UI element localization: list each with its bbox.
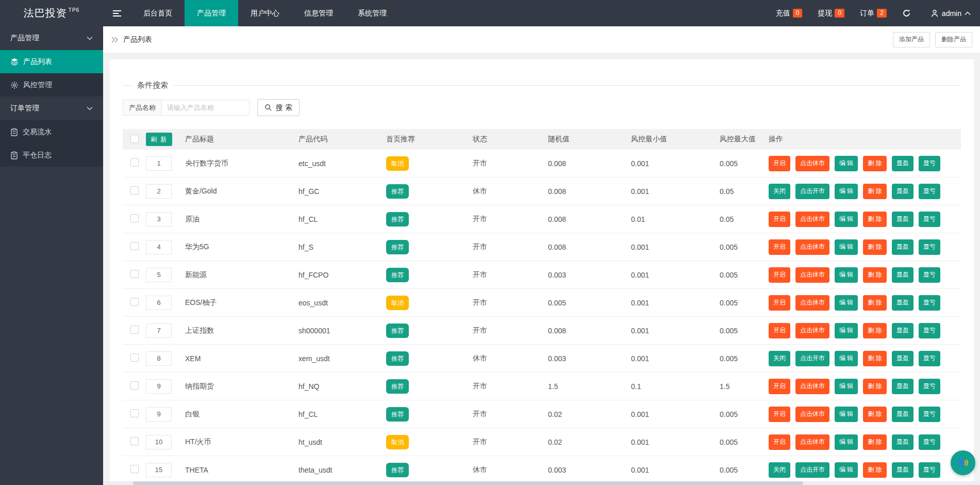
table-refresh-button[interactable]: 刷 新 xyxy=(146,133,172,146)
toggle-open-button[interactable]: 开启 xyxy=(769,434,790,450)
show-profit-button[interactable]: 显盈 xyxy=(892,212,913,227)
toggle-market-button[interactable]: 点击休市 xyxy=(795,212,829,227)
row-checkbox[interactable] xyxy=(130,353,139,362)
show-profit-button[interactable]: 显盈 xyxy=(892,462,913,478)
toggle-market-button[interactable]: 点击休市 xyxy=(795,267,829,283)
sidebar-item-product-list[interactable]: 产品列表 xyxy=(0,50,103,73)
refresh-icon[interactable] xyxy=(902,9,911,18)
row-checkbox[interactable] xyxy=(130,381,139,390)
show-profit-button[interactable]: 显盈 xyxy=(892,267,913,283)
show-profit-button[interactable]: 显盈 xyxy=(892,379,913,394)
search-button[interactable]: 搜 索 xyxy=(257,99,300,116)
delete-button[interactable]: 删 除 xyxy=(863,212,886,227)
show-profit-button[interactable]: 显盈 xyxy=(892,407,913,422)
show-profit-button[interactable]: 显盈 xyxy=(892,239,913,255)
sort-number-input[interactable]: 3 xyxy=(146,212,172,227)
edit-button[interactable]: 编 辑 xyxy=(835,267,858,283)
sidebar-item-close-log[interactable]: 平仓日志 xyxy=(0,143,103,167)
show-profit-button[interactable]: 显盈 xyxy=(892,351,913,366)
sort-number-input[interactable]: 10 xyxy=(146,435,172,449)
recommend-toggle-badge[interactable]: 推荐 xyxy=(386,351,409,366)
edit-button[interactable]: 编 辑 xyxy=(835,379,858,394)
sort-number-input[interactable]: 5 xyxy=(146,268,172,282)
sound-fab-button[interactable] xyxy=(951,450,975,475)
recommend-toggle-badge[interactable]: 推荐 xyxy=(386,268,409,282)
show-loss-button[interactable]: 显亏 xyxy=(919,323,940,338)
toggle-open-button[interactable]: 开启 xyxy=(769,407,790,422)
toggle-market-button[interactable]: 点击休市 xyxy=(795,379,829,394)
toggle-open-button[interactable]: 开启 xyxy=(769,323,790,338)
show-loss-button[interactable]: 显亏 xyxy=(919,184,940,199)
toggle-open-button[interactable]: 开启 xyxy=(769,295,790,311)
edit-button[interactable]: 编 辑 xyxy=(835,295,858,311)
recommend-toggle-badge[interactable]: 推荐 xyxy=(386,324,409,338)
recommend-toggle-badge[interactable]: 取消 xyxy=(386,296,409,310)
row-checkbox[interactable] xyxy=(130,214,139,222)
horizontal-scrollbar[interactable] xyxy=(103,481,980,485)
toggle-open-button[interactable]: 开启 xyxy=(769,212,790,227)
row-checkbox[interactable] xyxy=(130,158,139,167)
add-product-button[interactable]: 添加产品 xyxy=(893,32,930,47)
toggle-market-button[interactable]: 点击开市 xyxy=(795,184,829,199)
delete-button[interactable]: 删 除 xyxy=(863,407,886,422)
sidebar-group-orders[interactable]: 订单管理 xyxy=(0,96,103,120)
select-all-checkbox[interactable] xyxy=(130,135,139,143)
toggle-open-button[interactable]: 关闭 xyxy=(769,351,790,366)
toggle-market-button[interactable]: 点击休市 xyxy=(795,407,829,422)
delete-button[interactable]: 删 除 xyxy=(863,295,886,311)
user-menu[interactable]: admin xyxy=(931,9,971,18)
sidebar-item-trade-flow[interactable]: 交易流水 xyxy=(0,120,103,143)
toggle-market-button[interactable]: 点击休市 xyxy=(795,239,829,255)
delete-button[interactable]: 删 除 xyxy=(863,156,886,171)
sort-number-input[interactable]: 7 xyxy=(146,324,172,338)
delete-button[interactable]: 删 除 xyxy=(863,267,886,283)
toggle-market-button[interactable]: 点击开市 xyxy=(795,462,829,478)
recommend-toggle-badge[interactable]: 取消 xyxy=(386,435,409,449)
show-loss-button[interactable]: 显亏 xyxy=(919,295,940,311)
sort-number-input[interactable]: 4 xyxy=(146,240,172,254)
show-loss-button[interactable]: 显亏 xyxy=(919,462,940,478)
orders-stat[interactable]: 订单 2 xyxy=(860,9,887,18)
edit-button[interactable]: 编 辑 xyxy=(835,156,858,171)
sort-number-input[interactable]: 15 xyxy=(146,463,172,477)
delete-button[interactable]: 删 除 xyxy=(863,379,886,394)
recommend-toggle-badge[interactable]: 取消 xyxy=(386,156,409,171)
row-checkbox[interactable] xyxy=(130,242,139,250)
show-loss-button[interactable]: 显亏 xyxy=(919,351,940,366)
show-profit-button[interactable]: 显盈 xyxy=(892,323,913,338)
toggle-open-button[interactable]: 关闭 xyxy=(769,184,790,199)
recharge-stat[interactable]: 充值 0 xyxy=(776,9,803,18)
recommend-toggle-badge[interactable]: 推荐 xyxy=(386,407,409,422)
delete-button[interactable]: 删 除 xyxy=(863,239,886,255)
edit-button[interactable]: 编 辑 xyxy=(835,351,858,366)
show-loss-button[interactable]: 显亏 xyxy=(919,434,940,450)
toggle-market-button[interactable]: 点击开市 xyxy=(795,351,829,366)
toggle-open-button[interactable]: 开启 xyxy=(769,156,790,171)
delete-product-button[interactable]: 删除产品 xyxy=(935,32,972,47)
toggle-open-button[interactable]: 开启 xyxy=(769,379,790,394)
show-loss-button[interactable]: 显亏 xyxy=(919,379,940,394)
recommend-toggle-badge[interactable]: 推荐 xyxy=(386,212,409,227)
show-loss-button[interactable]: 显亏 xyxy=(919,212,940,227)
toggle-market-button[interactable]: 点击休市 xyxy=(795,156,829,171)
recommend-toggle-badge[interactable]: 推荐 xyxy=(386,240,409,254)
sort-number-input[interactable]: 6 xyxy=(146,296,172,310)
nav-item-info[interactable]: 信息管理 xyxy=(292,0,345,26)
show-loss-button[interactable]: 显亏 xyxy=(919,156,940,171)
delete-button[interactable]: 删 除 xyxy=(863,351,886,366)
sort-number-input[interactable]: 1 xyxy=(146,156,172,171)
recommend-toggle-badge[interactable]: 推荐 xyxy=(386,184,409,199)
sort-number-input[interactable]: 8 xyxy=(146,351,172,366)
edit-button[interactable]: 编 辑 xyxy=(835,462,858,478)
show-loss-button[interactable]: 显亏 xyxy=(919,267,940,283)
menu-collapse-icon[interactable] xyxy=(103,0,131,26)
withdraw-stat[interactable]: 提现 0 xyxy=(818,9,844,18)
recommend-toggle-badge[interactable]: 推荐 xyxy=(386,463,409,477)
delete-button[interactable]: 删 除 xyxy=(863,323,886,338)
scrollbar-thumb[interactable] xyxy=(133,481,803,485)
row-checkbox[interactable] xyxy=(130,270,139,278)
show-profit-button[interactable]: 显盈 xyxy=(892,156,913,171)
toggle-open-button[interactable]: 关闭 xyxy=(769,462,790,478)
sidebar-item-risk-control[interactable]: 风控管理 xyxy=(0,73,103,96)
toggle-market-button[interactable]: 点击休市 xyxy=(795,323,829,338)
